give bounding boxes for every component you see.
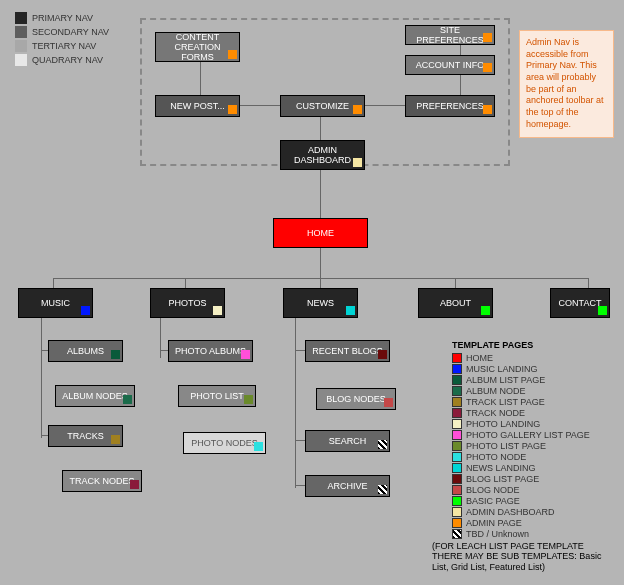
annotation-box: Admin Nav is accessible from Primary Nav… [519,30,614,138]
swatch-icon [452,375,462,385]
template-legend-label: MUSIC LANDING [466,364,538,374]
badge-icon [378,350,387,359]
connector [41,318,42,438]
badge-icon [353,105,362,114]
node-recent-blogs: RECENT BLOGS [305,340,390,362]
node-preferences: PREFERENCES [405,95,495,117]
swatch-icon [452,529,462,539]
node-photo-albums: PHOTO ALBUMS [168,340,253,362]
node-new-post: NEW POST... [155,95,240,117]
template-legend-label: TBD / Unknown [466,529,529,539]
swatch-icon [452,430,462,440]
node-content-creation-forms: CONTENT CREATION FORMS [155,32,240,62]
connector [588,278,589,288]
badge-icon [123,395,132,404]
template-legend-label: ALBUM NODE [466,386,526,396]
swatch-icon [15,54,27,66]
badge-icon [130,480,139,489]
node-photos: PHOTOS [150,288,225,318]
template-legend-label: ADMIN DASHBOARD [466,507,555,517]
node-search: SEARCH [305,430,390,452]
template-legend-label: PHOTO LANDING [466,419,540,429]
connector [295,485,305,486]
template-legend-label: PHOTO GALLERY LIST PAGE [466,430,590,440]
badge-icon [481,306,490,315]
template-legend-label: BASIC PAGE [466,496,520,506]
template-legend-title: TEMPLATE PAGES [452,340,612,350]
node-news: NEWS [283,288,358,318]
badge-icon [213,306,222,315]
node-blog-nodes: BLOG NODES [316,388,396,410]
node-account-info: ACCOUNT INFO [405,55,495,75]
nav-legend-label: TERTIARY NAV [32,41,96,51]
badge-icon [483,105,492,114]
template-legend-label: ALBUM LIST PAGE [466,375,545,385]
swatch-icon [452,452,462,462]
badge-icon [483,63,492,72]
connector [160,318,161,358]
node-albums: ALBUMS [48,340,123,362]
swatch-icon [452,419,462,429]
connector [455,278,456,288]
diagram-canvas: PRIMARY NAVSECONDARY NAVTERTIARY NAVQUAD… [0,0,624,585]
badge-icon [244,395,253,404]
swatch-icon [452,485,462,495]
template-legend-label: HOME [466,353,493,363]
badge-icon [111,350,120,359]
template-legend-label: TRACK NODE [466,408,525,418]
badge-icon [241,350,250,359]
connector [53,278,54,288]
swatch-icon [452,441,462,451]
node-site-preferences: SITE PREFERENCES [405,25,495,45]
node-track-nodes: TRACK NODES [62,470,142,492]
swatch-icon [452,463,462,473]
badge-icon [353,158,362,167]
node-about: ABOUT [418,288,493,318]
swatch-icon [15,12,27,24]
swatch-icon [452,408,462,418]
template-legend-label: NEWS LANDING [466,463,536,473]
node-customize: CUSTOMIZE [280,95,365,117]
connector [200,60,201,95]
badge-icon [81,306,90,315]
template-legend-label: PHOTO LIST PAGE [466,441,546,451]
node-photo-nodes: PHOTO NODES [183,432,266,454]
connector [185,278,186,288]
template-legend-label: TRACK LIST PAGE [466,397,545,407]
node-contact: CONTACT [550,288,610,318]
badge-icon [228,50,237,59]
connector [295,318,296,488]
template-legend-label: PHOTO NODE [466,452,526,462]
badge-icon [384,398,393,407]
badge-icon [598,306,607,315]
template-legend-label: ADMIN PAGE [466,518,522,528]
connector [320,248,321,278]
node-archive: ARCHIVE [305,475,390,497]
nav-legend-label: SECONDARY NAV [32,27,109,37]
badge-icon [228,105,237,114]
nav-legend: PRIMARY NAVSECONDARY NAVTERTIARY NAVQUAD… [15,12,109,68]
badge-icon [111,435,120,444]
nav-legend-label: QUADRARY NAV [32,55,103,65]
badge-icon [378,440,387,449]
nav-legend-label: PRIMARY NAV [32,13,93,23]
connector [320,278,321,288]
badge-icon [378,485,387,494]
template-legend: TEMPLATE PAGES HOMEMUSIC LANDINGALBUM LI… [452,340,612,540]
badge-icon [483,33,492,42]
swatch-icon [452,386,462,396]
footnote-text: (FOR LEACH LIST PAGE TEMPLATE THERE MAY … [432,541,612,573]
swatch-icon [452,397,462,407]
swatch-icon [452,518,462,528]
swatch-icon [15,26,27,38]
swatch-icon [452,496,462,506]
swatch-icon [452,507,462,517]
node-admin-dashboard: ADMIN DASHBOARD [280,140,365,170]
connector [295,350,305,351]
node-album-nodes: ALBUM NODES [55,385,135,407]
swatch-icon [15,40,27,52]
node-photo-list: PHOTO LIST [178,385,256,407]
connector [295,440,305,441]
swatch-icon [452,364,462,374]
node-home: HOME [273,218,368,248]
